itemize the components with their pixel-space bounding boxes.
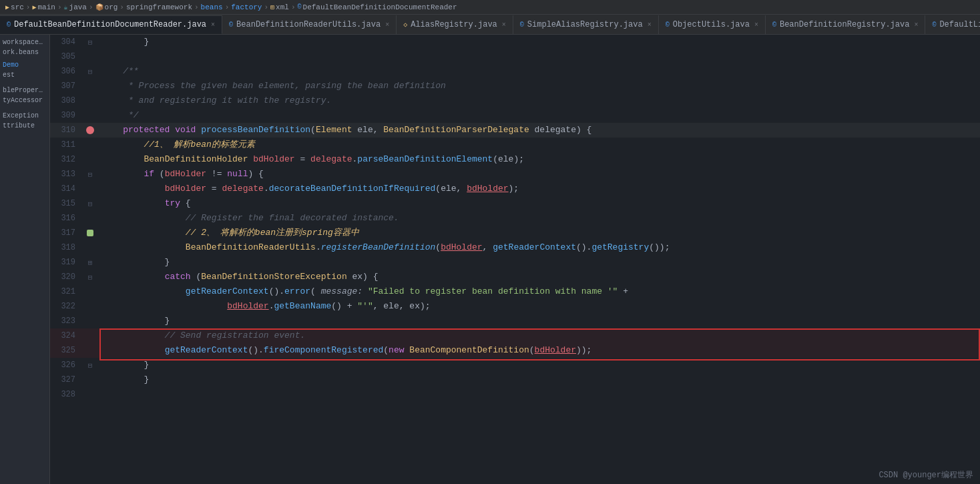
tab-label-6: BeanDefinitionRegistry.java [780,20,909,29]
tab-icon-3: ◇ [403,21,407,29]
left-panel-est[interactable]: est [0,70,49,80]
tab-beandefinitionregistry[interactable]: © BeanDefinitionRegistry.java × [766,15,925,34]
table-row: 319 ⊞ } [50,255,980,270]
line-number-328: 328 [50,387,81,402]
table-row: 325 getReaderContext().fireComponentRegi… [50,343,980,358]
code-318: BeanDefinitionReaderUtils.registerBeanDe… [99,240,980,255]
line-number-314: 314 [50,182,81,196]
breadcrumb-src[interactable]: src [11,3,24,11]
table-row: 326 ⊟ } [50,358,980,373]
code-309: */ [99,108,980,123]
editor-body: workspace\sp... ork.beans Demo est blePr… [0,35,980,484]
tab-simplealiasregistry[interactable]: © SimpleAliasRegistry.java × [513,15,659,34]
gutter-315: ⊟ [81,196,99,211]
gutter-313: ⊟ [81,167,99,182]
breadcrumb-main[interactable]: main [37,3,55,11]
tab-icon-2: © [229,21,233,29]
fold-icon-319: ⊞ [88,258,93,267]
gutter-327 [81,373,99,387]
table-row: 306 ⊟ /** [50,64,980,79]
tab-close-1[interactable]: × [211,21,215,29]
tab-defaultlistable[interactable]: © DefaultListable... × [925,15,980,34]
line-number-322: 322 [50,299,81,314]
class-icon: © [298,3,302,11]
gutter-319: ⊞ [81,255,99,270]
line-number-311: 311 [50,138,81,152]
fold-icon-304: ⊟ [88,38,93,47]
line-number-318: 318 [50,240,81,255]
table-row: 312 BeanDefinitionHolder bdHolder = dele… [50,152,980,167]
code-304: } [99,35,980,49]
gutter-310 [81,123,99,138]
breadcrumb-beans[interactable]: beans [201,3,223,11]
line-number-325: 325 [50,343,81,358]
code-column[interactable]: 304 ⊟ } 305 306 ⊟ [50,35,980,484]
left-panel-tyaccessor: tyAccessor [0,95,49,105]
gutter-317 [81,226,99,240]
fold-icon-306: ⊟ [88,67,93,76]
line-number-317: 317 [50,226,81,240]
code-308: * and registering it with the registry. [99,93,980,108]
line-number-307: 307 [50,79,81,93]
tab-label-1: DefaultBeanDefinitionDocumentReader.java [14,20,206,29]
breakpoint-310[interactable] [86,126,94,134]
gutter-311 [81,138,99,152]
main-icon: ▶ [32,3,36,11]
line-number-306: 306 [50,64,81,79]
tab-beandefinitionreaderutils[interactable]: © BeanDefinitionReaderUtils.java × [222,15,397,34]
code-317: // 2、 将解析的bean注册到spring容器中 [99,226,980,240]
table-row: 322 bdHolder.getBeanName() + "'", ele, e… [50,299,980,314]
breadcrumb-classname[interactable]: DefaultBeanDefinitionDocumentReader [303,3,457,11]
fold-icon-313: ⊟ [88,170,93,179]
breadcrumb-bar: ▶ src › ▶ main › ☕ java › 📦 org › spring… [0,0,980,15]
tab-close-4[interactable]: × [648,21,652,29]
tab-label-2: BeanDefinitionReaderUtils.java [236,20,381,29]
tab-bar: © DefaultBeanDefinitionDocumentReader.ja… [0,15,980,35]
line-number-309: 309 [50,108,81,123]
left-panel: workspace\sp... ork.beans Demo est blePr… [0,35,50,484]
tab-icon-4: © [520,21,524,29]
line-number-308: 308 [50,93,81,108]
breadcrumb-org[interactable]: org [105,3,118,11]
tab-close-6[interactable]: × [914,21,918,29]
code-324: // Send registration event. [99,328,980,343]
left-panel-orkbeans: ork.beans [0,47,49,57]
table-row: 305 [50,49,980,64]
left-panel-demo[interactable]: Demo [0,60,49,70]
tab-defaultbeandefinitiondocumentreader[interactable]: © DefaultBeanDefinitionDocumentReader.ja… [0,15,222,34]
line-number-315: 315 [50,196,81,211]
left-panel-ttribute: ttribute [0,121,49,131]
code-313: if (bdHolder != null) { [99,167,980,182]
watermark: CSDN @younger编程世界 [879,469,973,481]
gutter-322 [81,299,99,314]
org-icon: 📦 [95,3,103,11]
code-319: } [99,255,980,270]
code-322: bdHolder.getBeanName() + "'", ele, ex); [99,299,980,314]
table-row: 309 */ [50,108,980,123]
code-306: /** [99,64,980,79]
tab-label-5: ObjectUtils.java [673,20,750,29]
gutter-316 [81,211,99,226]
tab-close-5[interactable]: × [754,21,758,29]
tab-icon-7: © [932,21,936,29]
table-row: 315 ⊟ try { [50,196,980,211]
tab-objectutils[interactable]: © ObjectUtils.java × [659,15,766,34]
code-323: } [99,314,980,328]
tab-aliasregistry[interactable]: ◇ AliasRegistry.java × [397,15,513,34]
code-area: 304 ⊟ } 305 306 ⊟ [50,35,980,484]
tab-close-3[interactable]: × [502,21,506,29]
line-number-323: 323 [50,314,81,328]
line-number-326: 326 [50,358,81,373]
table-row: 324 // Send registration event. [50,328,980,343]
gutter-325 [81,343,99,358]
breadcrumb-factory[interactable]: factory [231,3,262,11]
breadcrumb-springframework[interactable]: springframework [126,3,192,11]
gutter-308 [81,93,99,108]
breadcrumb-java[interactable]: java [69,3,87,11]
tab-close-2[interactable]: × [385,21,389,29]
gutter-306: ⊟ [81,64,99,79]
breadcrumb-xml[interactable]: xml [276,3,289,11]
debug-mark-317 [87,230,93,236]
code-312: BeanDefinitionHolder bdHolder = delegate… [99,152,980,167]
line-number-304: 304 [50,35,81,49]
